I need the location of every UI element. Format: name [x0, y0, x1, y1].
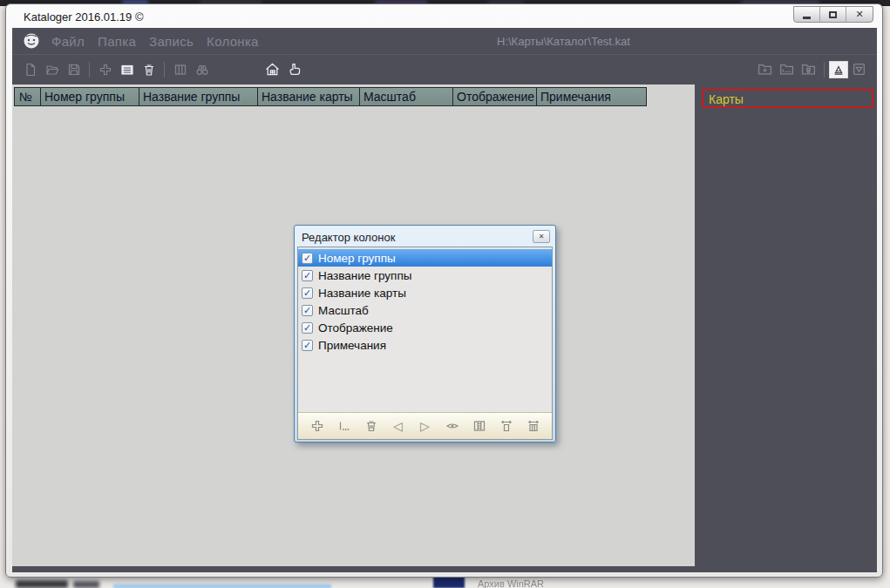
minimize-button[interactable]	[794, 7, 820, 22]
column-editor-icon[interactable]	[468, 416, 491, 436]
add-record-icon[interactable]	[94, 60, 116, 79]
background-taskbar-label: Архив WinRAR	[478, 578, 544, 588]
list-item-label: Масштаб	[318, 304, 369, 317]
column-list: ✓ Номер группы ✓ Название группы ✓ Назва…	[298, 247, 552, 412]
menu-record[interactable]: Запись	[149, 34, 194, 49]
folder-rename-icon[interactable]	[776, 60, 798, 79]
column-header-group-name[interactable]: Название группы	[139, 87, 258, 106]
column-header-map-name[interactable]: Название карты	[258, 87, 360, 106]
columns-icon[interactable]	[169, 60, 191, 79]
move-left-icon[interactable]: ◁	[387, 416, 410, 436]
dialog-close-icon: ✕	[539, 233, 545, 240]
fit-all-columns-icon[interactable]	[522, 416, 545, 436]
titlebar[interactable]: Kataloger 2016.01.19 © ✕	[6, 4, 882, 28]
column-header-group-number[interactable]: Номер группы	[41, 87, 139, 106]
column-editor-dialog: Редактор колонок ✕ ✓ Номер группы ✓ Назв…	[294, 225, 556, 443]
dialog-toolbar: ◁ ▷	[298, 412, 552, 439]
open-folder-icon[interactable]	[41, 60, 63, 79]
new-document-icon[interactable]	[19, 60, 41, 79]
minimize-icon	[803, 17, 811, 19]
checkbox-checked-icon[interactable]: ✓	[302, 340, 313, 351]
window-controls: ✕	[793, 6, 873, 23]
folder-add-icon[interactable]	[754, 60, 776, 79]
folder-delete-icon[interactable]	[798, 60, 819, 79]
list-item-display[interactable]: ✓ Отображение	[298, 319, 552, 336]
open-file-path: H:\Карты\Каталог\Test.kat	[497, 35, 630, 48]
close-icon: ✕	[855, 10, 863, 19]
menu-bar: Файл Папка Запись Колонка H:\Карты\Катал…	[12, 28, 877, 55]
column-header-display[interactable]: Отображение	[453, 87, 537, 106]
app-logo-icon	[23, 32, 40, 50]
maximize-button[interactable]	[820, 7, 846, 22]
list-item-group-name[interactable]: ✓ Название группы	[298, 267, 552, 284]
save-icon[interactable]	[63, 60, 85, 79]
maximize-icon	[829, 11, 837, 18]
dialog-titlebar[interactable]: Редактор колонок ✕	[297, 228, 553, 247]
filter-down-icon[interactable]	[848, 60, 870, 79]
search-binoculars-icon[interactable]	[191, 60, 213, 79]
dialog-body: ✓ Номер группы ✓ Название группы ✓ Назва…	[297, 247, 553, 440]
move-right-icon[interactable]: ▷	[414, 416, 437, 436]
menu-file[interactable]: Файл	[51, 34, 85, 49]
background-taskbar-item	[433, 577, 465, 588]
column-header-notes[interactable]: Примечания	[537, 87, 647, 106]
list-item-scale[interactable]: ✓ Масштаб	[298, 301, 552, 319]
image-view-icon[interactable]	[829, 61, 848, 78]
delete-column-icon[interactable]	[360, 416, 383, 436]
table-header: № Номер группы Название группы Название …	[14, 87, 647, 106]
dialog-title: Редактор колонок	[302, 231, 395, 244]
toolbar-separator	[89, 62, 90, 78]
checkbox-checked-icon[interactable]: ✓	[302, 322, 313, 334]
window-title: Kataloger 2016.01.19 ©	[24, 10, 144, 24]
add-column-icon[interactable]	[306, 416, 329, 436]
toolbar-right	[754, 55, 870, 84]
background-taskbar-item	[16, 580, 68, 588]
toggle-visibility-icon[interactable]	[441, 416, 464, 436]
list-item-label: Отображение	[318, 321, 393, 335]
toolbar	[12, 55, 877, 84]
triangle-right-icon: ▷	[420, 420, 430, 432]
home-icon[interactable]	[262, 60, 283, 79]
background-desktop-sliver-bottom: Архив WinRAR	[0, 577, 890, 588]
folders-panel: Карты	[695, 84, 877, 566]
checkbox-checked-icon[interactable]: ✓	[302, 305, 313, 316]
list-item-notes[interactable]: ✓ Примечания	[298, 336, 552, 354]
list-item-map-name[interactable]: ✓ Название карты	[298, 284, 552, 301]
column-header-number[interactable]: №	[14, 87, 41, 106]
list-item-group-number[interactable]: ✓ Номер группы	[298, 249, 552, 267]
triangle-left-icon: ◁	[393, 420, 403, 432]
delete-record-icon[interactable]	[138, 60, 160, 79]
checkbox-checked-icon[interactable]: ✓	[302, 270, 313, 281]
rename-column-icon[interactable]	[333, 416, 356, 436]
dialog-close-button[interactable]: ✕	[533, 230, 550, 243]
toolbar-separator	[164, 62, 165, 78]
list-item-label: Название карты	[318, 287, 406, 300]
close-button[interactable]: ✕	[846, 7, 873, 22]
menu-column[interactable]: Колонка	[207, 34, 259, 49]
column-header-scale[interactable]: Масштаб	[360, 87, 453, 106]
hand-pan-icon[interactable]	[283, 60, 305, 79]
fit-column-icon[interactable]	[495, 416, 518, 436]
list-item-label: Номер группы	[318, 252, 396, 265]
toolbar-separator	[824, 62, 825, 78]
background-taskbar-item	[73, 581, 99, 588]
menu-folder[interactable]: Папка	[98, 34, 136, 49]
checkbox-checked-icon[interactable]: ✓	[302, 287, 313, 299]
list-item-label: Название группы	[318, 269, 411, 282]
folder-item-maps[interactable]: Карты	[702, 89, 873, 108]
checkbox-checked-icon[interactable]: ✓	[302, 253, 313, 264]
list-records-icon[interactable]	[116, 60, 138, 79]
background-window-edge	[113, 584, 331, 588]
list-item-label: Примечания	[318, 339, 386, 352]
